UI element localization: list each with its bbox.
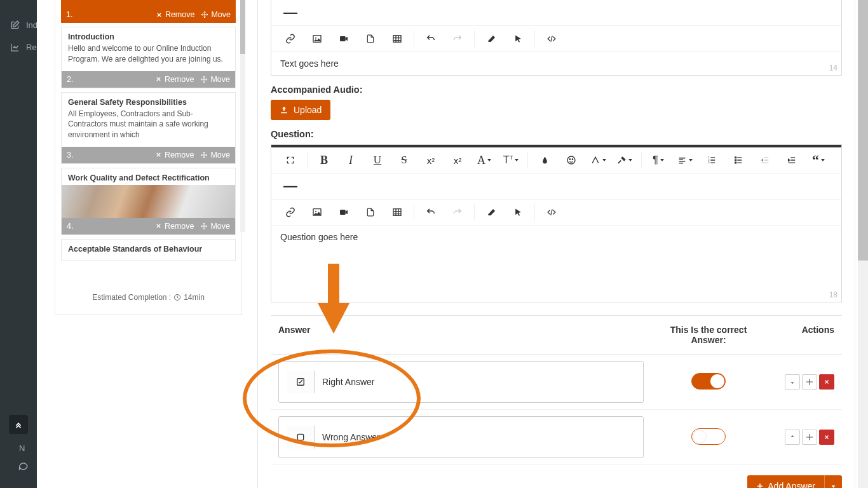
- correct-toggle[interactable]: [691, 428, 726, 445]
- redo-icon[interactable]: [445, 29, 470, 49]
- slide-remove[interactable]: Remove: [155, 222, 194, 231]
- add-answer-button[interactable]: Add Answer: [747, 475, 824, 488]
- nav-reports[interactable]: Repo: [0, 36, 37, 58]
- code-icon[interactable]: [539, 202, 564, 222]
- font-family-icon[interactable]: A: [471, 150, 497, 170]
- code-icon[interactable]: [539, 29, 564, 49]
- strike-icon[interactable]: S: [391, 150, 417, 170]
- undo-icon[interactable]: [418, 29, 444, 49]
- file-icon[interactable]: [358, 29, 383, 49]
- char-count: 18: [829, 290, 837, 299]
- edit-icon: [10, 20, 20, 30]
- chat-icon[interactable]: [18, 461, 29, 471]
- answer-text[interactable]: Wrong Answer: [315, 426, 635, 449]
- upload-button[interactable]: Upload: [271, 100, 330, 120]
- svg-rect-3: [340, 36, 346, 41]
- slides-scrollbar-thumb[interactable]: [240, 0, 245, 54]
- nav-label: Induc: [26, 20, 37, 30]
- bottom-letter: N: [19, 444, 25, 453]
- answer-row: Wrong Answer: [271, 410, 842, 465]
- slide-remove[interactable]: Remove: [155, 75, 194, 84]
- link-icon[interactable]: [278, 29, 303, 49]
- header-correct: This Is the correct Answer:: [651, 316, 766, 354]
- list-ul-icon[interactable]: [726, 150, 751, 170]
- slide-card-5[interactable]: Acceptable Standards of Behaviour: [61, 239, 236, 261]
- svg-rect-11: [735, 157, 736, 158]
- redo-icon[interactable]: [445, 202, 470, 222]
- table-icon[interactable]: [384, 202, 410, 222]
- slide-move[interactable]: Move: [201, 10, 231, 19]
- slide-remove[interactable]: Remove: [155, 151, 194, 159]
- font-size-icon[interactable]: TT: [498, 150, 524, 170]
- slide-footer-2: 2. Remove Move: [62, 71, 235, 88]
- editor-toolbar-row1: —: [271, 0, 841, 26]
- delete-button[interactable]: [819, 430, 834, 445]
- slide-card-4[interactable]: Work Quality and Defect Rectification 4.…: [61, 168, 236, 235]
- slide-move[interactable]: Move: [200, 75, 230, 84]
- inline-class-icon[interactable]: [585, 150, 611, 170]
- italic-icon[interactable]: I: [338, 150, 363, 170]
- svg-text:3: 3: [708, 161, 710, 164]
- quote-icon[interactable]: “: [806, 150, 831, 170]
- correct-toggle[interactable]: [691, 373, 726, 390]
- slide-move[interactable]: Move: [200, 222, 230, 231]
- slide-number: 2.: [67, 75, 149, 84]
- eraser-icon[interactable]: [478, 29, 504, 49]
- select-icon[interactable]: [505, 202, 531, 222]
- delete-button[interactable]: [819, 374, 834, 390]
- slide-card-3[interactable]: General Safety Responsibilities All Empl…: [61, 92, 236, 164]
- align-icon[interactable]: [672, 150, 698, 170]
- row-actions: [766, 421, 842, 454]
- eraser-icon[interactable]: [478, 202, 504, 222]
- move-icon: [201, 11, 208, 18]
- question-content[interactable]: Question goes here: [271, 226, 841, 302]
- answer-checkbox[interactable]: [287, 426, 315, 449]
- answer-row: Right Answer: [271, 355, 842, 410]
- answer-text[interactable]: Right Answer: [315, 370, 635, 393]
- indent-icon[interactable]: [779, 150, 804, 170]
- close-icon: [155, 151, 162, 158]
- slide-number: 4.: [67, 222, 149, 231]
- slide-move[interactable]: Move: [200, 151, 230, 159]
- add-answer-dropdown[interactable]: [824, 475, 842, 488]
- video-icon[interactable]: [331, 202, 356, 222]
- select-icon[interactable]: [505, 29, 531, 49]
- svg-point-15: [315, 211, 316, 212]
- drag-button[interactable]: [802, 430, 817, 445]
- underline-icon[interactable]: U: [365, 150, 390, 170]
- svg-point-6: [569, 159, 570, 159]
- video-icon[interactable]: [331, 29, 356, 49]
- arrow-up-icon: [789, 433, 796, 441]
- emoji-icon[interactable]: [559, 150, 584, 170]
- undo-icon[interactable]: [418, 202, 444, 222]
- fullscreen-icon[interactable]: [278, 150, 303, 170]
- inline-style-icon[interactable]: [612, 150, 637, 170]
- move-up-button[interactable]: [785, 430, 800, 445]
- scroll-top-button[interactable]: [9, 415, 28, 434]
- color-icon[interactable]: [532, 150, 557, 170]
- image-icon[interactable]: [304, 29, 330, 49]
- paragraph-format-icon[interactable]: ¶: [646, 150, 671, 170]
- table-icon[interactable]: [384, 29, 410, 49]
- nav-inductions[interactable]: Induc: [0, 14, 37, 36]
- answers-header: Answer This Is the correct Answer: Actio…: [271, 315, 842, 355]
- editor-content[interactable]: Text goes here: [271, 52, 841, 75]
- list-ol-icon[interactable]: 123: [699, 150, 724, 170]
- drag-button[interactable]: [802, 374, 817, 390]
- slide-remove[interactable]: Remove: [156, 10, 195, 19]
- subscript-icon[interactable]: x2: [418, 150, 444, 170]
- superscript-icon[interactable]: x2: [445, 150, 470, 170]
- svg-rect-16: [340, 210, 346, 215]
- outdent-icon[interactable]: [752, 150, 778, 170]
- slide-card-2[interactable]: Introduction Hello and welcome to our On…: [61, 27, 236, 88]
- hr-icon[interactable]: —: [278, 176, 303, 196]
- answer-checkbox[interactable]: [287, 370, 315, 393]
- link-icon[interactable]: [278, 202, 303, 222]
- file-icon[interactable]: [358, 202, 383, 222]
- move-down-button[interactable]: [785, 374, 800, 390]
- hr-icon[interactable]: —: [278, 3, 303, 23]
- bold-icon[interactable]: B: [311, 150, 337, 170]
- move-icon: [200, 76, 208, 83]
- image-icon[interactable]: [304, 202, 330, 222]
- page-scrollbar-thumb[interactable]: [858, 0, 868, 261]
